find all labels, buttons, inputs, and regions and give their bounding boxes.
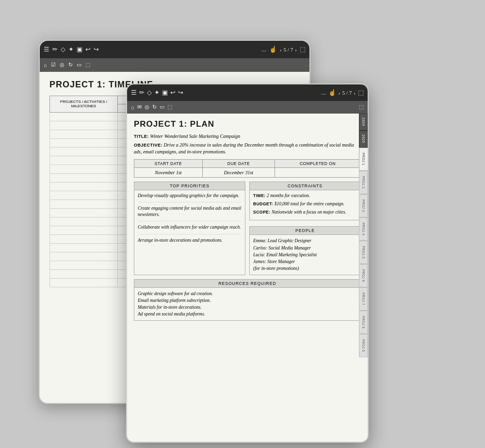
prev-page-button[interactable]: ‹ xyxy=(280,47,282,52)
title-field-value: Winter Wonderland Sale Marketing Campaig… xyxy=(150,133,241,139)
front-menu-icon[interactable]: ☰ xyxy=(131,89,137,97)
refresh-icon[interactable]: ↻ xyxy=(68,62,73,68)
resources-header: RESOURCES REQUIRED xyxy=(134,280,360,288)
front-more-icon[interactable]: ... xyxy=(321,89,326,97)
resource-2: Email marketing platform subscription. xyxy=(138,297,357,304)
pencil-icon[interactable]: ✏ xyxy=(52,46,58,53)
two-col-section: TOP PRIORITIES Develop visually appealin… xyxy=(134,182,361,275)
side-tab-proj4[interactable]: PROJ 4 xyxy=(359,217,368,241)
file-icon[interactable]: ⬚ xyxy=(85,62,90,68)
side-tab-2024[interactable]: 2024 xyxy=(359,114,368,131)
resource-3: Materials for in-store decorations. xyxy=(138,304,357,311)
export-icon[interactable]: ⬚ xyxy=(300,46,306,53)
budget-value: $10,000 total for the entire campaign. xyxy=(275,201,345,206)
resources-body: Graphic design software for ad creation.… xyxy=(134,288,360,320)
front-doc-title: PROJECT 1: PLAN xyxy=(134,119,361,129)
side-tab-proj3[interactable]: PROJ 3 xyxy=(359,194,368,217)
due-date-value: December 31st xyxy=(203,167,275,177)
add-icon[interactable]: ✦ xyxy=(68,46,74,53)
redo-icon[interactable]: ↪ xyxy=(94,46,99,53)
back-toolbar2: ⌂ ☑ ◎ ↻ ▭ ⬚ xyxy=(40,58,309,72)
priority-item-2: Create engaging content for social media… xyxy=(138,205,242,222)
side-tab-proj9[interactable]: PROJ 9 xyxy=(359,334,368,357)
front-add-icon[interactable]: ✦ xyxy=(154,89,160,97)
front-home-icon[interactable]: ⌂ xyxy=(131,104,134,110)
front-refresh-icon[interactable]: ↻ xyxy=(152,104,157,110)
title-field-row: TITLE: Winter Wonderland Sale Marketing … xyxy=(134,133,361,140)
front-delete-icon[interactable]: ⬚ xyxy=(359,104,364,110)
back-toolbar: ☰ ✏ ◇ ✦ ▣ ↩ ↪ ... ☝ ‹ 5 / 7 › ⬚ xyxy=(40,41,309,58)
priorities-header: TOP PRIORITIES xyxy=(134,182,245,190)
front-tablet: ☰ ✏ ◇ ✦ ▣ ↩ ↪ ... ☝ ‹ 5 / 7 › ⬚ ⌂ ✉ ◎ ↻ … xyxy=(126,83,369,443)
menu-icon[interactable]: ☰ xyxy=(44,46,49,53)
priority-item-4: Arrange in-store decorations and promoti… xyxy=(138,237,242,247)
time-constraint: TIME: 2 months for execution. xyxy=(253,193,357,199)
more-icon[interactable]: ... xyxy=(261,46,266,53)
side-tabs: 2024 2025 PROJ 1 PROJ 2 PROJ 3 PROJ 4 PR… xyxy=(359,114,368,357)
projects-header: PROJECTS / ACTIVITIES / MILESTONES xyxy=(50,96,118,112)
person-4: James: Store Manager xyxy=(253,258,357,265)
front-nav-indicator: ‹ 5 / 7 › xyxy=(339,90,356,96)
stamp-icon[interactable]: ▣ xyxy=(77,46,82,53)
budget-label: BUDGET: xyxy=(253,201,273,206)
start-date-header: START DATE xyxy=(134,159,203,167)
title-field-label: TITLE: xyxy=(134,134,149,139)
front-file-icon[interactable]: ⬚ xyxy=(167,104,172,110)
objective-field-row: OBJECTIVE: Drive a 20% increase in sales… xyxy=(134,142,361,155)
person-1: Emma: Lead Graphic Designer xyxy=(253,237,357,244)
side-tab-proj6[interactable]: PROJ 6 xyxy=(359,264,368,287)
constraints-header: CONSTRAINTS xyxy=(250,182,360,190)
front-next-page-button[interactable]: › xyxy=(354,90,356,96)
front-rect-icon[interactable]: ▭ xyxy=(160,104,164,110)
front-touch-icon[interactable]: ☝ xyxy=(328,89,336,97)
front-stamp-icon[interactable]: ▣ xyxy=(162,89,168,97)
side-tab-proj8[interactable]: PROJ 8 xyxy=(359,311,368,334)
side-tab-proj5[interactable]: PROJ 5 xyxy=(359,241,368,264)
objective-field-value: Drive a 20% increase in sales during the… xyxy=(134,142,354,154)
nav-indicator: ‹ 5 / 7 › xyxy=(280,47,297,52)
front-toolbar2: ⌂ ✉ ◎ ↻ ▭ ⬚ ⬚ xyxy=(127,101,368,114)
front-highlight-icon[interactable]: ◇ xyxy=(147,89,152,97)
person-2: Carlos: Social Media Manager xyxy=(253,245,357,251)
constraints-body: TIME: 2 months for execution. BUDGET: $1… xyxy=(250,190,360,220)
front-circle-icon[interactable]: ◎ xyxy=(145,104,149,110)
people-body: Emma: Lead Graphic Designer Carlos: Soci… xyxy=(250,235,360,274)
front-mail-icon[interactable]: ✉ xyxy=(137,104,142,110)
touch-icon[interactable]: ☝ xyxy=(269,46,277,53)
side-tab-proj1[interactable]: PROJ 1 xyxy=(359,148,368,171)
right-column: CONSTRAINTS TIME: 2 months for execution… xyxy=(249,182,361,275)
highlight-icon[interactable]: ◇ xyxy=(61,46,65,53)
time-value: 2 months for execution. xyxy=(267,193,310,198)
time-label: TIME: xyxy=(253,193,266,198)
circle-icon[interactable]: ◎ xyxy=(60,62,65,68)
completed-header: COMPLETED ON xyxy=(275,159,361,167)
front-export-icon[interactable]: ⬚ xyxy=(358,89,364,97)
completed-value xyxy=(275,167,361,177)
side-tab-2025[interactable]: 2025 xyxy=(359,131,368,148)
home-icon[interactable]: ⌂ xyxy=(44,62,47,68)
scope-constraint: SCOPE: Nationwide with a focus on major … xyxy=(253,209,357,216)
constraints-panel: CONSTRAINTS TIME: 2 months for execution… xyxy=(249,182,361,221)
priorities-body: Develop visually appealing graphics for … xyxy=(134,190,245,249)
due-date-header: DUE DATE xyxy=(203,159,275,167)
person-5: (for in-store promotions) xyxy=(253,265,357,272)
budget-constraint: BUDGET: $10,000 total for the entire cam… xyxy=(253,201,357,207)
front-undo-icon[interactable]: ↩ xyxy=(170,89,176,97)
people-header: PEOPLE xyxy=(250,227,360,235)
next-page-button[interactable]: › xyxy=(295,47,297,52)
undo-icon[interactable]: ↩ xyxy=(85,46,91,53)
start-date-value: November 1st xyxy=(134,167,203,177)
front-pencil-icon[interactable]: ✏ xyxy=(139,89,145,97)
person-3: Lucia: Email Marketing Specialist xyxy=(253,251,357,258)
check-icon[interactable]: ☑ xyxy=(51,62,56,68)
rect-icon[interactable]: ▭ xyxy=(77,62,81,68)
side-tab-proj2[interactable]: PROJ 2 xyxy=(359,171,368,194)
scope-label: SCOPE: xyxy=(253,210,271,215)
side-tab-proj7[interactable]: PROJ 7 xyxy=(359,287,368,311)
front-prev-page-button[interactable]: ‹ xyxy=(339,90,340,96)
objective-field-label: OBJECTIVE: xyxy=(134,143,162,148)
priorities-panel: TOP PRIORITIES Develop visually appealin… xyxy=(134,182,245,275)
people-panel: PEOPLE Emma: Lead Graphic Designer Carlo… xyxy=(249,226,361,275)
dates-table: START DATE DUE DATE COMPLETED ON Novembe… xyxy=(134,159,361,178)
front-redo-icon[interactable]: ↪ xyxy=(178,89,183,97)
